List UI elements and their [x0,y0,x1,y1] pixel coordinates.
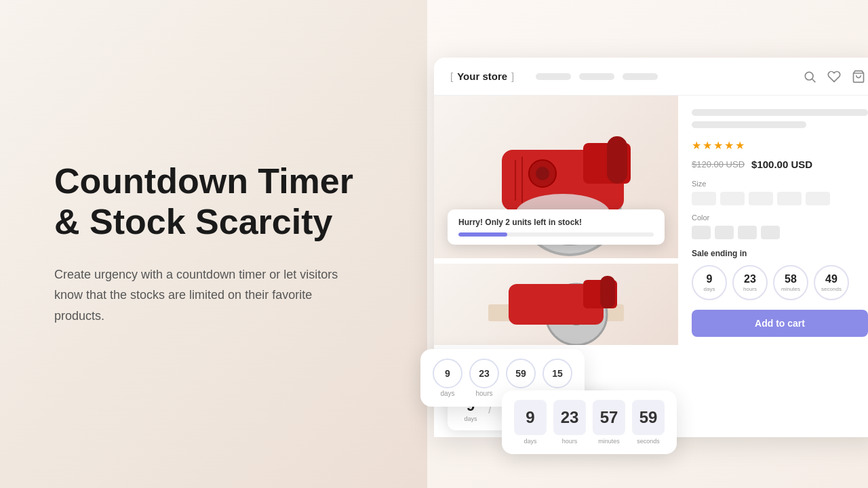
ft3-seconds-label: seconds [637,438,660,445]
ft2-days-label: days [440,390,454,397]
circle-seconds-label: seconds [821,286,842,292]
circle-days-col: 9 days [692,265,727,300]
scarcity-text: Hurry! Only 2 units left in stock! [458,218,654,227]
star-4: ★ [724,139,734,152]
circle-hours-label: hours [743,286,757,292]
circle-days-label: days [704,286,715,292]
ft2-days-col: 9 days [433,359,462,397]
left-content: Countdown Timer & Stock Scarcity Create … [54,161,407,326]
add-to-cart-button[interactable]: Add to cart [692,310,868,337]
circle-seconds-col: 49 seconds [814,265,849,300]
ft2-seconds-number: 15 [552,369,563,378]
star-3: ★ [713,139,723,152]
ft3-seconds-number: 59 [632,400,665,435]
product-thumb-image [434,264,678,345]
size-opt-3[interactable] [749,192,773,205]
floating-timer-3: 9 days 23 hours 57 minutes 59 seconds [502,390,677,454]
product-info-panel: ★ ★ ★ ★ ★ $120.00 USD $100.00 USD Size [678,96,868,437]
scarcity-fill [458,232,507,237]
product-main-image: Hurry! Only 2 units left in stock! [434,96,678,258]
timer1-days-label: days [464,415,477,422]
ft3-seconds-segment: 59 seconds [632,400,665,445]
size-opt-2[interactable] [720,192,745,205]
svg-rect-9 [607,136,627,184]
size-opt-5[interactable] [806,192,830,205]
circle-timer-hours: 23 hours [732,265,768,300]
heart-icon[interactable] [827,70,841,83]
ft3-hours-segment: 23 hours [553,400,586,445]
original-price: $120.00 USD [692,159,745,169]
store-logo: [ Your store ] [450,70,514,82]
circle-minutes-number: 58 [785,274,797,285]
logo-bracket-left: [ [450,70,453,82]
ft2-hours-col: 23 hours [469,359,499,397]
nav-pills [536,73,658,80]
price-row: $120.00 USD $100.00 USD [692,159,868,170]
star-1: ★ [692,139,701,152]
ft2-days-circle: 9 [433,359,462,388]
store-name: Your store [457,70,507,82]
ft3-days-number: 9 [514,400,547,435]
size-label: Size [692,180,868,188]
ft3-hours-label: hours [562,438,578,445]
size-opt-4[interactable] [777,192,802,205]
scarcity-overlay: Hurry! Only 2 units left in stock! [448,209,665,245]
nav-pill-2 [579,73,614,80]
color-opt-3[interactable] [738,226,757,239]
product-title-placeholder-1 [692,109,868,116]
circle-minutes-label: minutes [781,286,800,292]
svg-line-1 [812,79,816,82]
circle-seconds-number: 49 [825,274,837,285]
ft3-minutes-label: minutes [598,438,620,445]
circle-timers: 9 days 23 hours 58 minutes [692,265,868,300]
ft2-seconds-circle: 15 [542,359,572,388]
circle-timer-minutes: 58 minutes [773,265,808,300]
browser-navbar: [ Your store ] [434,58,868,96]
color-options [692,226,868,239]
circle-hours-number: 23 [744,274,756,285]
logo-bracket-right: ] [511,70,514,82]
nav-icons [803,70,865,83]
sale-ending-section: Sale ending in 9 days 23 hours [692,249,868,300]
circle-timer-seconds: 49 seconds [814,265,849,300]
ft3-days-segment: 9 days [514,400,547,445]
ft2-minutes-number: 59 [515,369,526,378]
product-title-placeholder-2 [692,121,806,128]
circle-hours-col: 23 hours [732,265,768,300]
color-opt-4[interactable] [761,226,780,239]
circle-minutes-col: 58 minutes [773,265,808,300]
ft3-minutes-segment: 57 minutes [593,400,625,445]
ft2-hours-label: hours [475,390,492,397]
ft2-minutes-circle: 59 [506,359,536,388]
svg-point-0 [805,72,813,80]
product-thumbnail [434,264,678,345]
search-icon[interactable] [803,70,816,83]
size-section: Size [692,180,868,205]
ft3-hours-number: 23 [553,400,586,435]
nav-pill-1 [536,73,571,80]
circle-timer-days: 9 days [692,265,727,300]
ft3-minutes-number: 57 [593,400,625,435]
star-rating: ★ ★ ★ ★ ★ [692,139,868,152]
ft3-days-label: days [524,438,536,445]
color-section: Color [692,214,868,239]
description: Create urgency with a countdown timer or… [54,264,353,327]
color-opt-2[interactable] [715,226,734,239]
scarcity-bar [458,232,654,237]
color-opt-1[interactable] [692,226,711,239]
ft2-hours-number: 23 [479,369,490,378]
sale-ending-label: Sale ending in [692,249,868,258]
ft2-hours-circle: 23 [469,359,499,388]
svg-rect-20 [600,276,615,308]
star-2: ★ [703,139,712,152]
cart-icon[interactable] [852,70,865,83]
color-label: Color [692,214,868,222]
nav-pill-3 [623,73,658,80]
circle-days-number: 9 [707,274,713,285]
svg-point-12 [536,167,549,180]
size-options [692,192,868,205]
star-5: ★ [735,139,745,152]
size-opt-1[interactable] [692,192,716,205]
sale-price: $100.00 USD [751,159,812,170]
ft2-days-number: 9 [445,369,450,378]
